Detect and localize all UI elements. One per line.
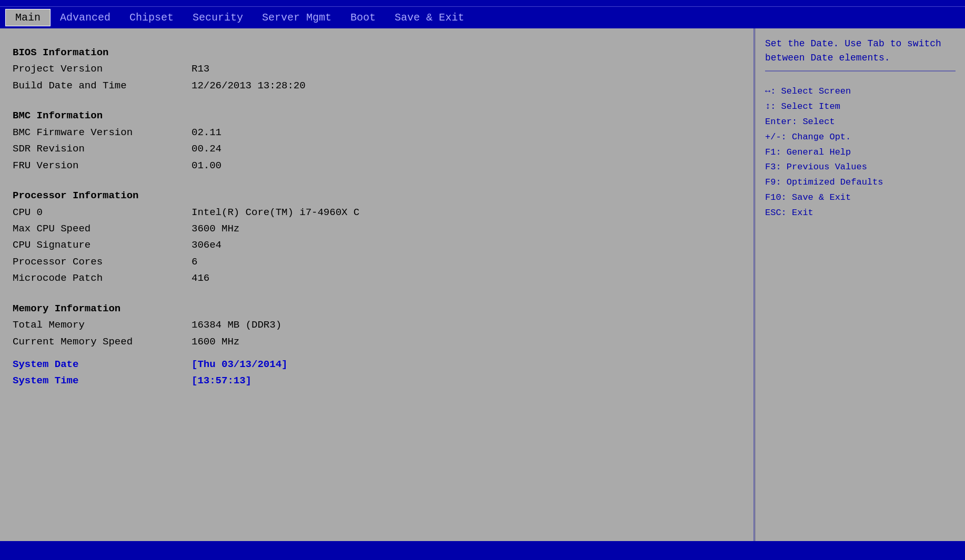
key-label: ↕: — [765, 101, 781, 111]
highlighted-label: System Time — [13, 373, 192, 389]
key-help: ↔: Select Screen↕: Select ItemEnter: Sel… — [765, 84, 956, 221]
key-label: F1: — [765, 147, 787, 157]
info-row: Max CPU Speed3600 MHz — [13, 221, 741, 237]
info-label: FRU Version — [13, 158, 192, 174]
menu-item-server-mgmt[interactable]: Server Mgmt — [253, 9, 341, 26]
key-label: ESC: — [765, 208, 792, 218]
info-value: 6 — [192, 254, 197, 270]
key-action: Change Opt. — [792, 132, 851, 142]
info-row: FRU Version01.00 — [13, 158, 741, 174]
highlighted-value: [Thu 03/13/2014] — [192, 357, 287, 372]
info-row: Build Date and Time12/26/2013 13:28:20 — [13, 78, 741, 94]
section-header: Memory Information — [13, 301, 741, 317]
key-label: F9: — [765, 177, 787, 187]
title-bar — [0, 0, 965, 6]
info-label: Build Date and Time — [13, 78, 192, 94]
highlighted-row[interactable]: System Date[Thu 03/13/2014] — [13, 357, 741, 372]
info-label: Max CPU Speed — [13, 221, 192, 237]
info-value: Intel(R) Core(TM) i7-4960X C — [192, 205, 359, 220]
menu-item-security[interactable]: Security — [183, 9, 253, 26]
info-value: 306e4 — [192, 238, 222, 253]
info-label: Microcode Patch — [13, 271, 192, 286]
section-header: BMC Information — [13, 108, 741, 124]
info-value: 00.24 — [192, 141, 222, 157]
info-value: 416 — [192, 271, 209, 286]
highlighted-value: [13:57:13] — [192, 373, 252, 389]
info-row: Project VersionR13 — [13, 62, 741, 77]
key-action: Previous Values — [787, 162, 867, 172]
key-binding: F10: Save & Exit — [765, 190, 956, 206]
bios-screen: MainAdvancedChipsetSecurityServer MgmtBo… — [0, 0, 965, 560]
info-label: Project Version — [13, 62, 192, 77]
info-label: SDR Revision — [13, 141, 192, 157]
info-row: Processor Cores6 — [13, 254, 741, 270]
info-label: Processor Cores — [13, 254, 192, 270]
info-row: Microcode Patch416 — [13, 271, 741, 286]
key-label: ↔: — [765, 86, 781, 96]
right-panel: Set the Date. Use Tab to switch between … — [755, 28, 965, 541]
content-area: BIOS InformationProject VersionR13Build … — [0, 28, 965, 541]
key-binding: Enter: Select — [765, 115, 956, 130]
menu-item-chipset[interactable]: Chipset — [120, 9, 183, 26]
bottom-bar — [0, 541, 965, 560]
key-binding: F3: Previous Values — [765, 160, 956, 175]
key-label: Enter: — [765, 117, 802, 127]
key-label: +/-: — [765, 132, 792, 142]
info-row: CPU 0Intel(R) Core(TM) i7-4960X C — [13, 205, 741, 220]
menu-item-boot[interactable]: Boot — [341, 9, 385, 26]
info-row: CPU Signature306e4 — [13, 238, 741, 253]
info-label: Total Memory — [13, 318, 192, 333]
key-action: Select Item — [781, 101, 840, 111]
info-row: SDR Revision00.24 — [13, 141, 741, 157]
info-value: 12/26/2013 13:28:20 — [192, 78, 306, 94]
key-label: F10: — [765, 192, 792, 202]
info-row: Total Memory16384 MB (DDR3) — [13, 318, 741, 333]
info-value: 02.11 — [192, 125, 222, 140]
info-label: BMC Firmware Version — [13, 125, 192, 140]
info-row: BMC Firmware Version02.11 — [13, 125, 741, 140]
key-binding: ↕: Select Item — [765, 99, 956, 115]
menu-bar: MainAdvancedChipsetSecurityServer MgmtBo… — [0, 6, 965, 28]
section-header: Processor Information — [13, 188, 741, 203]
help-text: Set the Date. Use Tab to switch between … — [765, 37, 956, 72]
key-label: F3: — [765, 162, 787, 172]
info-value: 16384 MB (DDR3) — [192, 318, 282, 333]
key-binding: F1: General Help — [765, 145, 956, 160]
key-action: Select — [802, 117, 835, 127]
key-action: Optimized Defaults — [787, 177, 883, 187]
highlighted-row[interactable]: System Time[13:57:13] — [13, 373, 741, 389]
info-value: 1600 MHz — [192, 334, 239, 350]
key-binding: +/-: Change Opt. — [765, 130, 956, 145]
key-binding: F9: Optimized Defaults — [765, 175, 956, 190]
key-action: Exit — [792, 208, 813, 218]
info-label: CPU 0 — [13, 205, 192, 220]
menu-item-advanced[interactable]: Advanced — [51, 9, 120, 26]
menu-item-save-&-exit[interactable]: Save & Exit — [385, 9, 474, 26]
left-panel: BIOS InformationProject VersionR13Build … — [0, 28, 755, 541]
section-header: BIOS Information — [13, 45, 741, 60]
key-action: General Help — [787, 147, 851, 157]
info-value: 3600 MHz — [192, 221, 239, 237]
info-value: R13 — [192, 62, 209, 77]
menu-item-main[interactable]: Main — [5, 9, 51, 26]
key-binding: ↔: Select Screen — [765, 84, 956, 99]
key-binding: ESC: Exit — [765, 206, 956, 221]
info-label: CPU Signature — [13, 238, 192, 253]
highlighted-label: System Date — [13, 357, 192, 372]
key-action: Select Screen — [781, 86, 851, 96]
info-label: Current Memory Speed — [13, 334, 192, 350]
key-action: Save & Exit — [792, 192, 851, 202]
info-value: 01.00 — [192, 158, 222, 174]
info-row: Current Memory Speed1600 MHz — [13, 334, 741, 350]
